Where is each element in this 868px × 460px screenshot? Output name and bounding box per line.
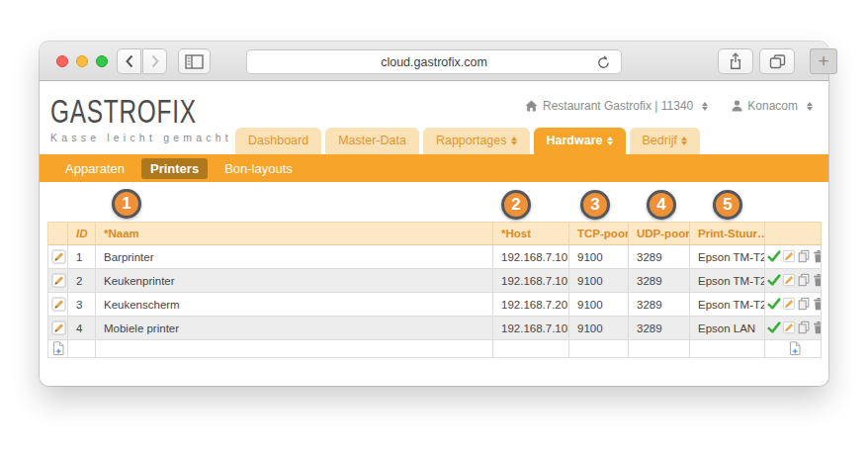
location-selector[interactable]: Restaurant Gastrofix | 11340 xyxy=(525,99,708,113)
edit-pencil-icon[interactable] xyxy=(51,297,66,312)
empty-cell xyxy=(690,340,765,358)
tab-label: Bedrijf xyxy=(643,134,677,147)
row-edit-cell[interactable] xyxy=(48,293,68,317)
edit-pencil-icon[interactable] xyxy=(782,321,796,334)
tabs-overview-icon xyxy=(769,53,786,69)
confirm-check-icon[interactable] xyxy=(767,321,781,334)
edit-column-header xyxy=(48,223,68,245)
col-header-udp-poort: UDP-poort xyxy=(629,223,690,245)
col-header-naam: *Naam xyxy=(96,223,493,245)
empty-cell xyxy=(629,340,690,358)
tab-master-data[interactable]: Master-Data xyxy=(325,128,419,154)
home-icon xyxy=(525,100,538,112)
subnav-apparaten[interactable]: Apparaten xyxy=(56,158,133,179)
forward-icon xyxy=(150,54,160,68)
cell-naam: Barprinter xyxy=(96,245,493,269)
duplicate-icon[interactable] xyxy=(797,297,811,311)
row-actions xyxy=(765,245,822,269)
reload-icon[interactable] xyxy=(595,54,612,71)
cell-tcp: 9100 xyxy=(569,317,629,340)
callout-2: 2 xyxy=(501,190,531,220)
close-window-button[interactable] xyxy=(56,55,68,67)
callout-4: 4 xyxy=(647,190,676,220)
duplicate-icon[interactable] xyxy=(797,273,811,287)
delete-trash-icon[interactable] xyxy=(812,273,822,287)
sidebar-toggle-button[interactable] xyxy=(178,48,211,74)
sort-arrows-icon xyxy=(681,137,687,145)
cell-naam: Mobiele printer xyxy=(96,317,493,340)
delete-trash-icon[interactable] xyxy=(812,321,822,334)
edit-pencil-icon[interactable] xyxy=(782,249,796,263)
cell-host: 192.168.7.101 xyxy=(493,269,569,293)
row-actions xyxy=(765,269,822,293)
sidebar-icon xyxy=(185,54,204,69)
delete-trash-icon[interactable] xyxy=(812,249,822,263)
user-selector[interactable]: Konacom xyxy=(732,99,813,113)
table-row: 1 Barprinter 192.168.7.101 9100 3289 Eps… xyxy=(48,245,822,269)
cell-udp: 3289 xyxy=(629,269,690,293)
tab-bedrijf[interactable]: Bedrijf xyxy=(630,128,700,154)
minimize-window-button[interactable] xyxy=(76,55,88,67)
cell-driver: Epson LAN xyxy=(690,317,765,340)
zoom-window-button[interactable] xyxy=(96,55,108,67)
confirm-check-icon[interactable] xyxy=(767,297,781,311)
duplicate-icon[interactable] xyxy=(797,321,811,334)
browser-toolbar: cloud.gastrofix.com + xyxy=(40,42,828,81)
col-header-host: *Host xyxy=(493,223,569,245)
location-label: Restaurant Gastrofix | 11340 xyxy=(543,99,693,113)
address-bar[interactable]: cloud.gastrofix.com xyxy=(246,49,622,74)
tab-label: Rapportages xyxy=(436,134,507,147)
edit-pencil-icon[interactable] xyxy=(51,249,66,264)
callout-5: 5 xyxy=(713,190,742,220)
cell-driver: Epson TM-T20 xyxy=(690,269,765,293)
sort-arrows-icon xyxy=(607,137,613,145)
back-button[interactable] xyxy=(117,48,141,74)
brand-block: GASTROFIX Kasse leicht gemacht xyxy=(50,93,248,143)
edit-pencil-icon[interactable] xyxy=(782,273,796,287)
row-edit-cell[interactable] xyxy=(48,269,68,293)
col-header-id: ID xyxy=(68,223,96,245)
add-record-cell[interactable] xyxy=(765,340,822,358)
sort-arrows-icon xyxy=(807,102,813,111)
confirm-check-icon[interactable] xyxy=(767,249,781,263)
subnav-printers[interactable]: Printers xyxy=(141,158,208,179)
col-header-print-stuurprogramma: Print-Stuur… xyxy=(690,223,765,245)
edit-pencil-icon[interactable] xyxy=(51,321,66,335)
add-record-icon[interactable] xyxy=(51,341,65,356)
show-tabs-button[interactable] xyxy=(759,48,795,74)
table-header-row: ID *Naam *Host TCP-poort UDP-poort Print… xyxy=(48,223,822,245)
duplicate-icon[interactable] xyxy=(797,249,811,263)
cell-driver: Epson TM-T20 xyxy=(690,293,765,317)
row-actions xyxy=(765,317,822,340)
edit-pencil-icon[interactable] xyxy=(782,297,796,311)
row-edit-cell[interactable] xyxy=(48,245,68,269)
actions-column-header xyxy=(765,223,822,245)
cell-udp: 3289 xyxy=(629,293,690,317)
confirm-check-icon[interactable] xyxy=(767,273,781,287)
tab-hardware[interactable]: Hardware xyxy=(534,128,626,154)
cell-id: 4 xyxy=(68,317,96,340)
add-record-icon[interactable] xyxy=(788,341,802,356)
cell-driver: Epson TM-T20 xyxy=(690,245,765,269)
add-record-cell[interactable] xyxy=(48,340,68,358)
new-tab-button[interactable]: + xyxy=(810,48,837,74)
brand-tagline: Kasse leicht gemacht xyxy=(50,132,248,143)
table-row: 3 Keukenscherm 192.168.7.201 9100 3289 E… xyxy=(48,293,822,317)
share-button[interactable] xyxy=(718,48,753,74)
printers-table-wrap: ID *Naam *Host TCP-poort UDP-poort Print… xyxy=(47,222,821,358)
row-edit-cell[interactable] xyxy=(48,317,68,340)
back-icon xyxy=(125,54,134,68)
delete-trash-icon[interactable] xyxy=(812,297,822,311)
tab-label: Master-Data xyxy=(338,134,406,147)
tab-dashboard[interactable]: Dashboard xyxy=(235,128,321,154)
col-header-tcp-poort: TCP-poort xyxy=(569,223,629,245)
subnav-bon-layouts[interactable]: Bon-layouts xyxy=(216,158,302,179)
page-content: GASTROFIX Kasse leicht gemacht Restauran… xyxy=(40,81,828,385)
edit-pencil-icon[interactable] xyxy=(51,273,66,288)
cell-host: 192.168.7.101 xyxy=(493,245,569,269)
window-controls xyxy=(56,55,108,67)
forward-button[interactable] xyxy=(142,48,167,74)
browser-window: cloud.gastrofix.com + xyxy=(40,42,828,386)
main-tabs: Dashboard Master-Data Rapportages Hardwa… xyxy=(235,128,700,154)
tab-rapportages[interactable]: Rapportages xyxy=(423,128,530,154)
